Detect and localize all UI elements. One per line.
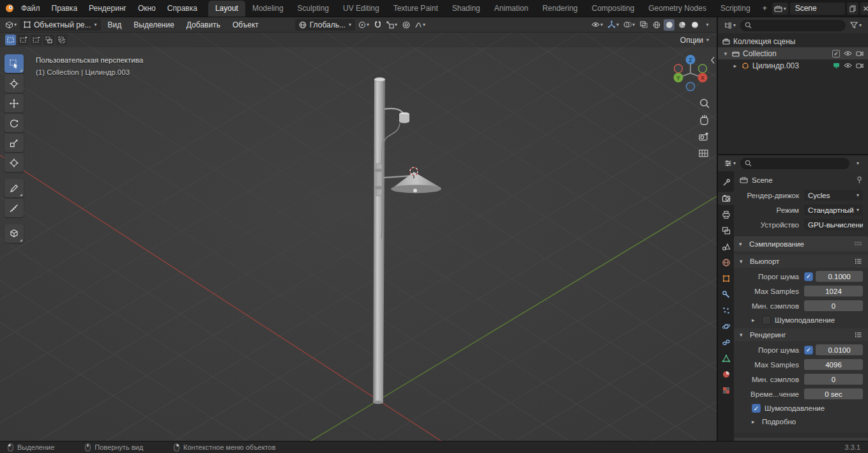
collection-exclude-checkbox[interactable] xyxy=(832,50,840,58)
properties-tab-particles[interactable] xyxy=(718,303,734,317)
render-noise-threshold-checkbox[interactable] xyxy=(804,346,813,355)
shading-wireframe-button[interactable] xyxy=(651,19,662,31)
properties-tab-modifiers[interactable] xyxy=(718,288,734,301)
advanced-row[interactable]: Подробно xyxy=(734,415,868,428)
tab-animation[interactable]: Animation xyxy=(487,1,535,17)
select-mode-subtract-button[interactable] xyxy=(31,35,42,45)
properties-tab-physics[interactable] xyxy=(718,319,734,333)
properties-editor-type-button[interactable] xyxy=(722,157,738,169)
proportional-falloff-button[interactable] xyxy=(413,19,427,31)
shading-rendered-button[interactable] xyxy=(689,19,700,31)
presets-icon[interactable] xyxy=(855,258,862,265)
menu-render[interactable]: Рендеринг xyxy=(83,0,132,17)
disable-render-camera-icon[interactable] xyxy=(856,63,864,68)
add-cube-tool[interactable] xyxy=(4,224,24,243)
device-select[interactable]: GPU-вычисления xyxy=(804,219,863,230)
outliner-filter-button[interactable] xyxy=(848,19,864,31)
tab-uv-editing[interactable]: UV Editing xyxy=(336,1,386,17)
object-visibility-button[interactable] xyxy=(590,19,604,31)
outliner-editor-type-button[interactable] xyxy=(722,19,738,31)
proportional-editing-toggle[interactable] xyxy=(400,19,411,31)
scene-new-button[interactable] xyxy=(847,3,858,15)
disable-render-camera-icon[interactable] xyxy=(856,50,864,56)
hide-viewport-eye-icon[interactable] xyxy=(844,63,852,68)
show-gizmo-toggle[interactable] xyxy=(606,19,620,31)
interaction-mode-select[interactable]: Объектный ре... xyxy=(20,19,101,31)
axis-minus-y-handle[interactable] xyxy=(699,65,707,73)
cursor-tool[interactable] xyxy=(4,74,24,93)
render-sampling-header[interactable]: Рендеринг xyxy=(734,328,868,341)
options-dropdown-button[interactable]: Опции xyxy=(678,36,712,45)
menu-object[interactable]: Объект xyxy=(227,17,264,32)
scene-browse-button[interactable] xyxy=(772,3,788,15)
properties-tab-output[interactable] xyxy=(718,208,734,221)
pivot-point-button[interactable] xyxy=(357,19,370,31)
properties-tab-material[interactable] xyxy=(718,367,734,381)
render-noise-threshold-field[interactable]: 0.0100 xyxy=(816,344,863,355)
axis-minus-z-handle[interactable] xyxy=(687,82,695,91)
move-tool[interactable] xyxy=(4,94,24,112)
sampling-panel-header[interactable]: Сэмплирование xyxy=(734,236,868,251)
select-mode-invert-button[interactable] xyxy=(43,35,54,45)
select-mode-intersect-button[interactable] xyxy=(56,35,67,45)
properties-tab-constraints[interactable] xyxy=(718,335,734,349)
tab-sculpting[interactable]: Sculpting xyxy=(291,1,336,17)
viewport-max-samples-field[interactable]: 1024 xyxy=(804,286,863,296)
select-mode-new-button[interactable] xyxy=(5,35,16,45)
scale-tool[interactable] xyxy=(4,134,24,152)
render-time-limit-field[interactable]: 0 sec xyxy=(804,388,863,399)
transform-tool[interactable] xyxy=(4,153,24,172)
tab-texture-paint[interactable]: Texture Paint xyxy=(386,1,445,17)
render-denoise-row[interactable]: Шумоподавление xyxy=(734,402,868,415)
viewport-sampling-header[interactable]: Вьюпорт xyxy=(734,255,868,268)
feature-set-select[interactable]: Стандартный xyxy=(804,204,863,215)
select-mode-extend-button[interactable] xyxy=(18,35,29,45)
editor-type-button[interactable] xyxy=(4,19,18,31)
properties-tab-object[interactable] xyxy=(718,272,734,285)
menu-add[interactable]: Добавить xyxy=(181,17,225,32)
properties-search-input[interactable] xyxy=(740,158,849,169)
tree-row-collection[interactable]: Collection xyxy=(718,47,868,59)
properties-tab-texture[interactable] xyxy=(718,383,734,397)
tree-row-scene-collection[interactable]: Коллекция сцены xyxy=(718,35,868,47)
rotate-tool[interactable] xyxy=(4,114,24,132)
show-overlays-toggle[interactable] xyxy=(622,19,636,31)
annotate-tool[interactable] xyxy=(4,179,24,197)
shading-solid-button[interactable] xyxy=(664,19,674,31)
viewport-denoise-row[interactable]: Шумоподавление xyxy=(734,314,868,326)
properties-options-button[interactable] xyxy=(852,157,864,169)
tab-modeling[interactable]: Modeling xyxy=(245,1,291,17)
menu-edit[interactable]: Правка xyxy=(46,0,84,17)
render-engine-select[interactable]: Cycles xyxy=(804,190,863,201)
render-min-samples-field[interactable]: 0 xyxy=(804,374,863,385)
menu-file[interactable]: Файл xyxy=(15,0,46,17)
drag-grip-icon[interactable] xyxy=(854,241,863,247)
hide-viewport-eye-icon[interactable] xyxy=(844,50,852,56)
tab-layout[interactable]: Layout xyxy=(208,1,245,17)
expand-arrow-icon[interactable] xyxy=(732,63,738,69)
snap-target-button[interactable] xyxy=(385,19,399,31)
properties-tab-view-layer[interactable] xyxy=(718,224,734,237)
tab-scripting[interactable]: Scripting xyxy=(713,1,758,17)
transform-orientation-select[interactable]: Глобаль... xyxy=(295,19,355,31)
scene-name-field[interactable]: Scene xyxy=(790,3,845,15)
presets-icon[interactable] xyxy=(855,332,862,338)
viewport-noise-threshold-field[interactable]: 0.1000 xyxy=(816,271,863,282)
viewport-min-samples-field[interactable]: 0 xyxy=(804,300,863,311)
menu-help[interactable]: Справка xyxy=(162,0,203,17)
viewport-canvas[interactable]: Z X Y xyxy=(0,17,717,441)
menu-select[interactable]: Выделение xyxy=(128,17,179,32)
viewport-display-icon[interactable] xyxy=(833,63,840,68)
axis-minus-x-handle[interactable] xyxy=(674,65,683,73)
blender-logo-icon[interactable] xyxy=(4,0,15,17)
viewport-3d[interactable]: Z X Y xyxy=(0,17,717,441)
properties-tab-tool[interactable] xyxy=(718,176,734,189)
pin-icon[interactable] xyxy=(857,176,862,184)
render-denoise-checkbox[interactable] xyxy=(752,404,761,413)
tab-shading[interactable]: Shading xyxy=(445,1,487,17)
properties-tab-object-data[interactable] xyxy=(718,351,734,365)
breadcrumb-scene-label[interactable]: Scene xyxy=(752,176,773,184)
add-workspace-button[interactable]: + xyxy=(758,1,772,17)
tab-rendering[interactable]: Rendering xyxy=(535,1,584,17)
snap-magnet-toggle[interactable] xyxy=(372,19,383,31)
